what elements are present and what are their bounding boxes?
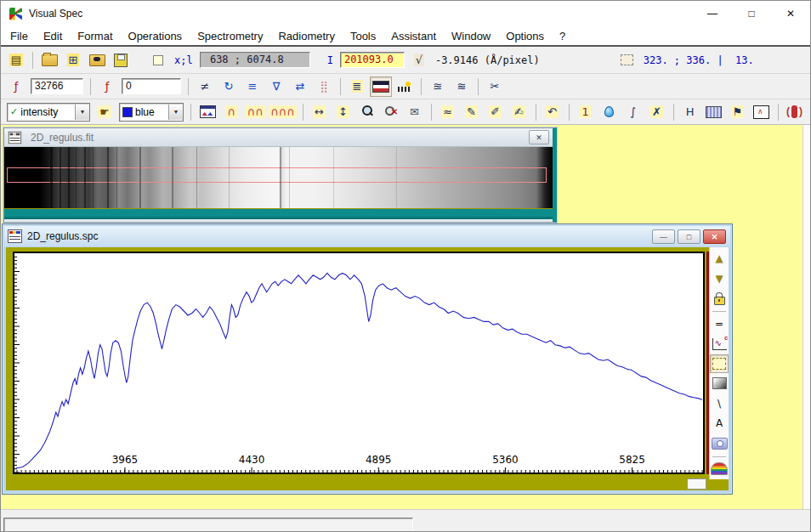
spc-close-button[interactable]: ✕ xyxy=(703,229,726,244)
maximize-button[interactable]: □ xyxy=(732,1,771,26)
menu-file[interactable]: File xyxy=(3,30,36,42)
workspace-scrollbar[interactable] xyxy=(802,125,810,509)
fit-image-window[interactable]: 2D_regulus.fit ✕ xyxy=(3,127,557,223)
dot-grid-icon[interactable]: ⣿ xyxy=(313,76,335,97)
unzoom-icon[interactable] xyxy=(380,102,402,122)
binning-zone-icon[interactable] xyxy=(394,76,416,97)
sky-lines-icon[interactable]: ≊ xyxy=(427,76,449,97)
chevron-down-icon[interactable]: ▼ xyxy=(168,105,183,120)
max-intensity-icon[interactable]: ƒ xyxy=(5,76,27,97)
menu-radiometry[interactable]: Radiometry xyxy=(270,30,342,42)
spectrum-strip-image[interactable] xyxy=(4,147,553,209)
sum-profile-icon[interactable]: ∩∩ xyxy=(244,102,266,122)
noise-filter-icon[interactable]: ≈ xyxy=(437,102,459,122)
offset-intensity-icon[interactable]: ƒ xyxy=(96,76,118,97)
text-tool-icon[interactable]: A xyxy=(710,414,729,433)
fit-close-button[interactable]: ✕ xyxy=(529,130,549,144)
periodic-table-icon[interactable] xyxy=(703,102,725,122)
separator xyxy=(712,311,726,312)
gradient-fill-icon[interactable] xyxy=(710,374,729,393)
series-select[interactable]: ✓intensity▼ xyxy=(7,103,90,122)
spectra-list-icon[interactable]: ▤ xyxy=(5,50,27,71)
save-icon[interactable] xyxy=(110,50,132,71)
shift-up-icon[interactable]: ▲ xyxy=(710,249,729,268)
absorption-line xyxy=(107,147,109,208)
menu-tools[interactable]: Tools xyxy=(343,30,383,42)
coords-field[interactable]: 638 ; 6074.8 xyxy=(200,52,310,68)
equal-scale-icon[interactable]: = xyxy=(710,314,729,333)
shift-down-icon[interactable]: ▼ xyxy=(710,269,729,287)
fit-window-titlebar[interactable]: 2D_regulus.fit ✕ xyxy=(4,128,553,147)
clean-curve-icon[interactable]: ✍ xyxy=(508,102,530,122)
palette-icon[interactable] xyxy=(710,460,729,478)
profile-window-icon[interactable] xyxy=(196,102,218,122)
scale-x-icon[interactable]: ↔ xyxy=(309,102,331,122)
selection-zone-icon[interactable] xyxy=(616,50,638,71)
offset-field[interactable]: 0 xyxy=(122,78,181,94)
rotate-image-icon[interactable]: ↻ xyxy=(218,76,240,97)
hydrogen-lines-icon[interactable]: H xyxy=(679,102,701,122)
menu-format[interactable]: Format xyxy=(70,30,120,42)
export-report-icon[interactable]: ✉ xyxy=(404,102,426,122)
profile-window[interactable]: 2D_regulus.spc — □ ✕ 3965443048955360582… xyxy=(2,224,733,495)
fit-scrollbar[interactable] xyxy=(4,209,553,219)
menu-spectrometry[interactable]: Spectrometry xyxy=(190,30,270,42)
menu-window[interactable]: Window xyxy=(444,30,498,42)
draw-curve-icon[interactable]: ✎ xyxy=(461,102,483,122)
menu-edit[interactable]: Edit xyxy=(36,30,70,42)
minimize-button[interactable]: — xyxy=(693,1,732,26)
absorption-line xyxy=(289,147,290,208)
extract-profile-icon[interactable]: ≣ xyxy=(346,76,368,97)
undo-curve-icon[interactable]: ↶ xyxy=(542,102,564,122)
tilt-lines-icon[interactable]: ≡ xyxy=(241,76,264,97)
swap-frames-icon[interactable]: ⇄ xyxy=(289,76,311,97)
color-select[interactable]: blue▼ xyxy=(119,103,184,122)
coords-checkbox[interactable] xyxy=(147,50,169,71)
lock-icon[interactable] xyxy=(710,289,729,308)
binning-zone-rectangle[interactable] xyxy=(7,167,547,183)
raw-profile-icon[interactable]: ∩ xyxy=(220,102,242,122)
open-image-icon[interactable]: ⊞ xyxy=(62,50,84,71)
close-button[interactable]: ✕ xyxy=(771,1,810,26)
spectrum-canvas[interactable]: 39654430489553605825 xyxy=(14,253,703,473)
slant-correct-icon[interactable]: ∇ xyxy=(265,76,287,97)
tricolor-bars-icon[interactable] xyxy=(370,76,392,97)
normalize-icon[interactable]: 1 xyxy=(575,102,597,122)
all-profiles-icon[interactable]: ∩∩∩ xyxy=(268,102,298,122)
separator xyxy=(303,104,303,121)
preview-window-icon[interactable] xyxy=(751,102,773,122)
browse-files-icon[interactable] xyxy=(86,50,108,71)
scissors-icon[interactable]: ✂ xyxy=(484,76,506,97)
crop-curve-icon[interactable]: ∫ xyxy=(622,102,644,122)
separator xyxy=(536,104,536,121)
titlebar[interactable]: Visual Spec — □ ✕ xyxy=(1,1,810,26)
open-profile-icon[interactable] xyxy=(38,50,60,71)
intensity-field[interactable]: 201093.0 xyxy=(340,52,405,68)
absorption-line xyxy=(60,147,61,208)
pin-curve-icon[interactable]: ✐ xyxy=(485,102,507,122)
select-zone-icon[interactable] xyxy=(710,354,729,373)
water-drop-icon[interactable] xyxy=(598,102,621,122)
sky-remove-icon[interactable]: ≋ xyxy=(451,76,473,97)
spc-window-titlebar[interactable]: 2D_regulus.spc — □ ✕ xyxy=(4,226,730,246)
menu-assistant[interactable]: Assistant xyxy=(383,30,444,42)
dispersion-icon[interactable]: √ xyxy=(408,50,430,71)
scale-y-icon[interactable]: ↕ xyxy=(332,102,354,122)
radial-velocity-icon[interactable] xyxy=(784,102,806,122)
erase-curve-icon[interactable]: ✗ xyxy=(646,102,668,122)
hand-pick-icon[interactable]: ☛ xyxy=(94,102,116,122)
menu-options[interactable]: Options xyxy=(498,30,552,42)
spc-restore-button[interactable]: □ xyxy=(678,229,700,244)
reject-curve-icon[interactable]: ≠ xyxy=(194,76,216,97)
zoom-icon[interactable] xyxy=(356,102,378,122)
spectrum-plot[interactable]: 39654430489553605825 xyxy=(13,252,705,474)
camera-icon[interactable] xyxy=(710,433,729,452)
menu-[interactable]: ? xyxy=(552,30,573,42)
chevron-down-icon[interactable]: ▼ xyxy=(75,105,89,120)
max-intensity-field[interactable]: 32766 xyxy=(31,78,83,94)
spc-minimize-button[interactable]: — xyxy=(652,229,675,244)
element-lines-icon[interactable]: ⚑ xyxy=(727,102,749,122)
reference-chart-icon[interactable] xyxy=(710,334,729,353)
line-tool-icon[interactable]: \ xyxy=(710,394,729,413)
menu-operations[interactable]: Operations xyxy=(121,30,190,42)
